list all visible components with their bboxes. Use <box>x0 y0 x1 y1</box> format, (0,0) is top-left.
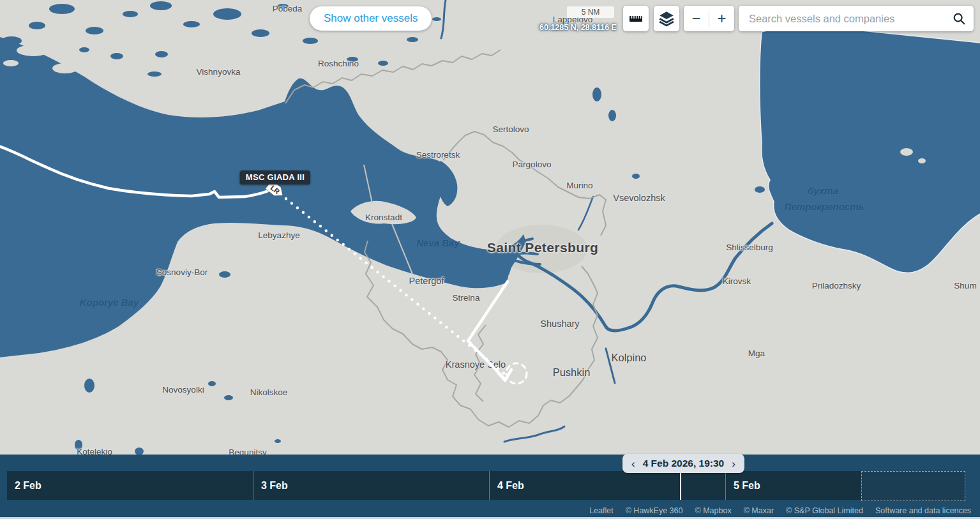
zoom-in-button[interactable]: + <box>709 6 734 31</box>
timeline-day-label: 2 Feb <box>7 480 41 492</box>
attribution-link[interactable]: Software and data licences <box>875 506 971 515</box>
ruler-icon <box>628 11 644 26</box>
lake-island <box>918 158 926 163</box>
vessel-tracking-app: PobedaRoshchinoVishnyovkaLappelovoSertol… <box>0 0 980 519</box>
timeline-day-segment[interactable]: 2 Feb <box>7 471 253 500</box>
map-scale: 5 NM <box>567 6 614 18</box>
layers-button[interactable] <box>654 6 679 31</box>
timeline-day-segment[interactable]: 3 Feb <box>253 471 490 500</box>
timeline-current-time: ‹ 4 Feb 2026, 19:30 › <box>622 454 744 473</box>
lake-island <box>900 148 913 156</box>
timeline-current-label: 4 Feb 2026, 19:30 <box>643 458 725 469</box>
map-scale-label: 5 NM <box>582 8 600 17</box>
map-canvas[interactable] <box>0 0 980 519</box>
timeline-day-label: 4 Feb <box>490 480 524 492</box>
vessel-name-label[interactable]: MSC GIADA III <box>240 170 310 184</box>
coordinates-readout: 60.1285 N, 28.8116 E <box>539 23 617 32</box>
search-icon[interactable] <box>952 11 966 26</box>
timeline-day-segment[interactable]: 4 Feb <box>489 471 726 500</box>
zoom-control: − + <box>684 6 734 31</box>
timeline-future-segment[interactable] <box>861 471 965 501</box>
timeline-current-indicator[interactable] <box>680 471 681 500</box>
timeline-day-label: 5 Feb <box>726 480 760 492</box>
zoom-out-button[interactable]: − <box>684 6 709 31</box>
attribution-link[interactable]: © S&P Global Limited <box>786 506 863 515</box>
attribution-link[interactable]: © Maxar <box>744 506 774 515</box>
layers-icon <box>658 10 675 27</box>
map-attribution: Leaflet© HawkEye 360© Mapbox© Maxar© S&P… <box>589 504 971 517</box>
timeline-day-segment[interactable]: 5 Feb <box>725 471 862 500</box>
measure-button[interactable] <box>623 6 649 31</box>
search-input[interactable] <box>739 6 952 31</box>
timeline-next-button[interactable]: › <box>730 458 737 469</box>
attribution-link[interactable]: © HawkEye 360 <box>626 506 683 515</box>
timeline-prev-button[interactable]: ‹ <box>630 458 637 469</box>
attribution-link[interactable]: © Mapbox <box>695 506 731 515</box>
timeline-day-label: 3 Feb <box>253 480 288 492</box>
search-bar <box>739 6 974 31</box>
attribution-link[interactable]: Leaflet <box>589 506 614 515</box>
timeline-bar[interactable]: 2 Feb3 Feb4 Feb5 Feb ‹ 4 Feb 2026, 19:30… <box>0 455 980 517</box>
show-other-vessels-button[interactable]: Show other vessels <box>310 6 432 31</box>
